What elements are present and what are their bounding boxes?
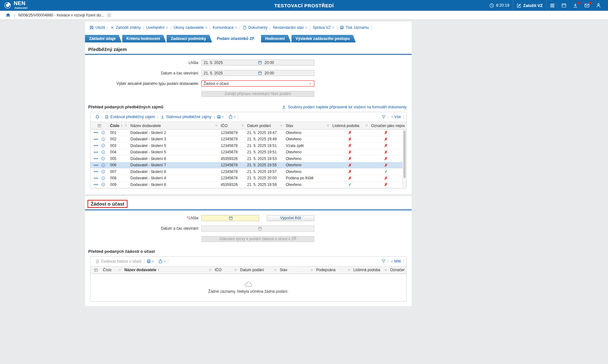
column-header-listinna-podoba[interactable]: Listinná podoba ▽ (351, 266, 388, 274)
column-header-nazev-dodavatele[interactable]: Název dodavatele ▽ (128, 122, 219, 129)
tab-hodnoceni[interactable]: Hodnocení (261, 35, 291, 42)
export-grid-button[interactable]: ▽ (156, 259, 168, 264)
table-row[interactable]: 004 Dodavatel - školení 5 12345678 21. 5… (90, 149, 406, 156)
calendar-icon[interactable] (258, 61, 262, 65)
print-grid-button[interactable]: ▽ (144, 259, 156, 264)
filter-caret-icon[interactable]: ▽ (279, 124, 282, 127)
calc-deadlines-button[interactable]: Výpočet lhůt (267, 215, 314, 221)
tab-podani-ucastniku-zp[interactable]: Podání účastníků ZP (213, 35, 260, 42)
zadost-deadline-input[interactable] (201, 215, 259, 221)
filter-caret-icon[interactable]: ▽ (383, 269, 387, 271)
tab-vysledek-zadavaciho-postupu[interactable]: Výsledek zadávacího postupu (291, 35, 356, 42)
table-row[interactable]: 009 Dodavatel - školení 6 45359326 21. 5… (90, 182, 406, 188)
table-scrollbar[interactable] (402, 130, 406, 188)
filter-button[interactable] (379, 259, 388, 263)
nen-logo[interactable]: NEN Zadavatel (4, 1, 28, 10)
tab-zakladni-udaje[interactable]: Základní údaje (85, 35, 121, 42)
table-row[interactable]: 001 Dodavatel - školení 2 12345678 21. 5… (90, 130, 406, 136)
tab-zadavaci-podminky[interactable]: Zadávací podmínky (167, 35, 212, 42)
info-icon[interactable] (101, 137, 105, 141)
view-select-chevron[interactable]: ▽ (391, 260, 393, 263)
row-menu-icon[interactable] (94, 156, 98, 161)
view-select-label[interactable]: Vše (394, 115, 401, 119)
row-menu-icon[interactable] (94, 130, 98, 135)
info-icon[interactable] (101, 156, 105, 161)
filter-caret-icon[interactable]: ▽ (214, 124, 217, 127)
info-icon[interactable] (101, 169, 105, 174)
communication-menu[interactable]: Komunikace ▽ (210, 25, 239, 30)
save-button[interactable]: Uložit (87, 25, 108, 30)
column-header-cislo[interactable]: Číslo ↑ ▽ (108, 122, 128, 129)
row-menu-icon[interactable] (94, 182, 98, 187)
column-header-nazev-dodavatele[interactable]: Název dodavatele ↑ ▽ (122, 266, 213, 274)
filter-caret-icon[interactable]: ▽ (233, 269, 237, 271)
menu-button[interactable] (546, 0, 558, 11)
table-row[interactable]: 006 Dodavatel - školení 7 12345678 21. 5… (90, 162, 406, 169)
create-vz-button[interactable]: Založit VZ (513, 0, 546, 11)
info-icon[interactable] (101, 182, 105, 187)
filter-button[interactable] (379, 115, 388, 119)
table-row[interactable]: 008 Dodavatel - školení 4 12345678 21. 5… (90, 175, 406, 182)
publish-menu[interactable]: Uveřejnění ▽ (144, 25, 171, 30)
scrollbar-thumb[interactable] (403, 131, 406, 178)
start-next-phase-button[interactable]: Zahájit přípravu následující fáze podání (201, 91, 314, 97)
filter-caret-icon[interactable]: ▽ (118, 269, 121, 271)
info-icon[interactable] (101, 150, 105, 154)
row-menu-icon[interactable] (94, 169, 98, 174)
download-prelim-button[interactable]: Stáhnout předběžné zájmy (158, 115, 214, 119)
column-chooser-icon[interactable] (90, 122, 108, 129)
row-menu-icon[interactable] (94, 163, 98, 168)
discard-changes-button[interactable]: Zahodit změny (108, 25, 143, 30)
filter-caret-icon[interactable]: ▽ (326, 124, 329, 127)
calendar-icon[interactable] (258, 71, 262, 75)
submission-type-select[interactable]: Žádost o účast (201, 80, 314, 86)
contracting-tasks-menu[interactable]: Úkony zadavatele ▽ (171, 25, 210, 30)
table-row[interactable]: 007 Dodavatel - školení 8 12345678 21. 5… (90, 169, 406, 175)
info-icon[interactable] (101, 144, 105, 148)
table-row[interactable]: 005 Dodavatel - školení 6 45359326 21. 5… (90, 156, 406, 162)
downloads-button[interactable] (570, 0, 581, 11)
messages-button[interactable] (581, 0, 593, 11)
home-icon[interactable] (6, 13, 10, 17)
filter-caret-icon[interactable]: ▽ (124, 124, 127, 127)
row-menu-icon[interactable] (94, 176, 98, 181)
column-header-podepsana[interactable]: Podepsána ▽ (314, 266, 351, 274)
user-button[interactable] (593, 0, 604, 11)
filter-caret-icon[interactable]: ▽ (208, 269, 211, 271)
calendar-icon[interactable] (229, 216, 233, 220)
column-header-datum-podani[interactable]: Datum podání ▽ (245, 122, 284, 129)
documents-button[interactable]: Dokumenty (240, 25, 270, 30)
print-record-button[interactable]: Tisk záznamu (337, 25, 372, 30)
filter-caret-icon[interactable]: ▽ (347, 269, 350, 271)
info-icon[interactable] (101, 163, 105, 167)
filter-caret-icon[interactable]: ▽ (273, 269, 276, 271)
table-row[interactable]: 003 Dodavatel - školení 5 12345678 21. 5… (90, 143, 406, 149)
filter-caret-icon[interactable]: ▽ (240, 124, 244, 127)
watch-bell-button[interactable] (93, 115, 102, 119)
column-header-ico[interactable]: IČO ▽ (219, 122, 245, 129)
register-prelim-button[interactable]: Evidovat předběžný zájem (102, 115, 158, 119)
filter-caret-icon[interactable]: ▽ (310, 269, 313, 271)
send-invitation-button[interactable]: Odeslání výzvy k podání žádosti o účast … (201, 236, 314, 242)
tab-kriteria-hodnoceni[interactable]: Kritéria hodnocení (122, 35, 166, 42)
vz-admin-menu[interactable]: Správa VZ ▽ (310, 25, 337, 30)
submission-files-link[interactable]: Soubory podání najdete připravené ke sta… (282, 105, 407, 109)
opening-datetime-field[interactable]: 21. 5. 2025 20:00 (201, 70, 314, 76)
breadcrumb-close-icon[interactable] (107, 13, 111, 17)
info-icon[interactable] (101, 131, 105, 135)
row-menu-icon[interactable] (94, 150, 98, 155)
column-chooser-icon[interactable] (90, 266, 101, 274)
row-menu-icon[interactable] (94, 143, 98, 148)
column-header-stav[interactable]: Stav ▽ (278, 266, 314, 274)
column-header-datum-podani[interactable]: Datum podání ▽ (238, 266, 278, 274)
deadline-datetime-field[interactable]: 21. 5. 2025 20:00 (201, 60, 314, 66)
column-header-listinna-podoba[interactable]: Listinná podoba ▽ (330, 122, 369, 129)
nonstandard-state-menu[interactable]: Nestandardní stav ▽ (270, 25, 310, 30)
info-icon[interactable] (101, 176, 105, 180)
row-menu-icon[interactable] (94, 137, 98, 142)
column-header-cislo[interactable]: Číslo ▽ (101, 266, 122, 274)
print-grid-button[interactable]: ▽ (214, 115, 226, 119)
view-select-chevron[interactable]: ▽ (391, 116, 393, 118)
calendar-button[interactable] (558, 0, 570, 11)
table-row[interactable]: 002 Dodavatel - školení 3 12345678 21. 5… (90, 136, 406, 143)
